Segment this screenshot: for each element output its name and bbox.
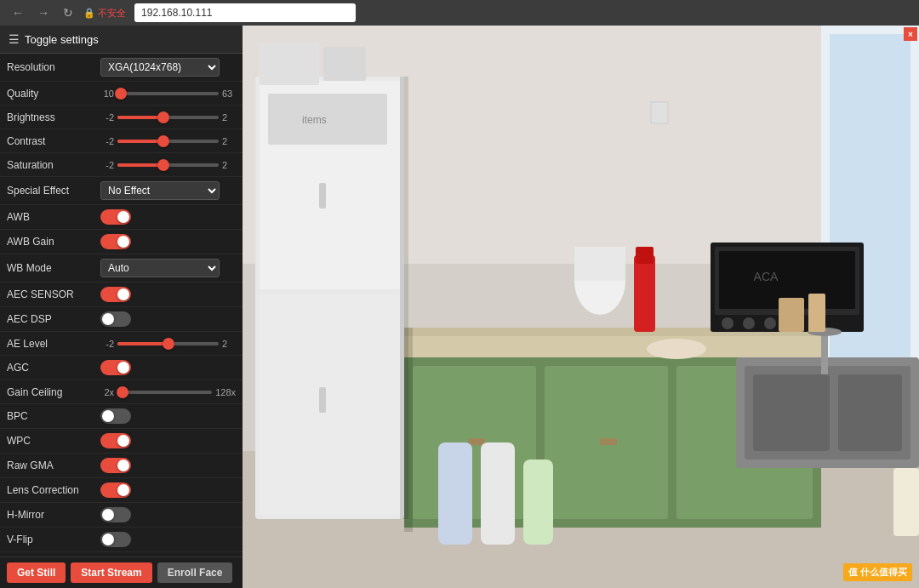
aec-dsp-control [100,311,236,327]
svg-rect-8 [319,183,326,208]
svg-rect-44 [893,468,919,536]
svg-rect-9 [319,387,326,413]
bpc-toggle[interactable] [100,408,131,424]
resolution-select[interactable]: XGA(1024x768) UXGA(1600x1200) SXGA(1280x… [100,58,220,77]
svg-rect-35 [481,442,515,545]
quality-slider[interactable] [117,92,219,95]
address-bar[interactable] [134,3,356,22]
svg-text:ACA: ACA [754,270,779,283]
main-container: ☰ Toggle settings Resolution XGA(1024x76… [0,26,919,588]
saturation-control: -2 2 [100,160,236,170]
agc-toggle[interactable] [100,360,131,375]
ae-level-row: AE Level -2 2 [0,332,243,356]
brightness-control: -2 2 [100,112,236,123]
gain-ceiling-control: 2x 128x [100,387,236,397]
svg-rect-10 [268,94,387,145]
get-still-button[interactable]: Get Still [7,562,66,583]
brightness-label: Brightness [7,111,100,123]
start-stream-button[interactable]: Start Stream [71,562,151,583]
aec-dsp-toggle[interactable] [100,311,131,327]
brightness-slider[interactable] [117,116,219,119]
enroll-face-button[interactable]: Enroll Face [157,562,233,583]
svg-text:items: items [302,114,327,126]
v-flip-label: V-Flip [7,534,100,545]
wb-mode-select[interactable]: Auto Sunny Cloudy Office Home [100,259,220,277]
svg-rect-37 [634,255,655,332]
awb-control [100,209,236,225]
gain-ceiling-row: Gain Ceiling 2x 128x [0,380,243,404]
svg-rect-19 [600,438,617,445]
svg-rect-18 [468,438,485,445]
awb-toggle[interactable] [100,209,131,225]
contrast-slider-container: -2 2 [100,136,236,146]
toggle-header[interactable]: ☰ Toggle settings [0,26,243,54]
saturation-slider[interactable] [117,163,219,167]
aec-sensor-control [100,287,236,302]
agc-knob [117,362,129,374]
saturation-label: Saturation [7,159,100,171]
aec-dsp-knob [102,313,114,325]
contrast-control: -2 2 [100,136,236,146]
lens-correction-label: Lens Correction [7,484,100,496]
security-indicator: 🔒 不安全 [83,7,126,20]
gain-ceiling-max: 128x [215,387,236,397]
agc-label: AGC [7,362,100,374]
svg-rect-40 [574,247,625,281]
svg-rect-45 [260,43,319,85]
awb-gain-toggle[interactable] [100,234,131,249]
svg-rect-36 [523,460,553,545]
svg-rect-34 [438,442,472,545]
aec-sensor-toggle[interactable] [100,287,131,302]
saturation-min: -2 [100,160,114,170]
gain-ceiling-slider-container: 2x 128x [100,387,236,397]
h-mirror-control [100,507,236,522]
h-mirror-knob [102,509,114,521]
reload-button[interactable]: ↻ [60,4,77,21]
brightness-max: 2 [222,112,236,123]
svg-rect-49 [400,77,408,519]
close-button[interactable]: × [904,27,917,41]
camera-view: × items [243,26,919,588]
quality-slider-container: 10 63 [100,88,236,99]
awb-knob [117,211,129,223]
ae-level-slider[interactable] [117,342,219,345]
raw-gma-row: Raw GMA [0,454,243,478]
svg-point-25 [743,317,755,329]
contrast-row: Contrast -2 2 [0,129,243,153]
contrast-label: Contrast [7,135,100,147]
v-flip-knob [102,534,114,545]
v-flip-control [100,532,236,547]
brightness-row: Brightness -2 2 [0,106,243,129]
special-effect-row: Special Effect No Effect Negative Graysc… [0,177,243,205]
svg-rect-42 [808,294,825,332]
quality-row: Quality 10 63 [0,82,243,106]
resolution-row: Resolution XGA(1024x768) UXGA(1600x1200)… [0,54,243,82]
svg-point-24 [722,317,733,329]
aec-dsp-label: AEC DSP [7,313,100,325]
aec-sensor-knob [117,288,129,300]
special-effect-control: No Effect Negative Grayscale Red Tint Gr… [100,181,236,200]
raw-gma-toggle[interactable] [100,458,131,473]
svg-rect-32 [821,332,828,374]
ae-level-min: -2 [100,339,114,349]
h-mirror-toggle[interactable] [100,507,131,522]
sidebar: ☰ Toggle settings Resolution XGA(1024x76… [0,26,243,588]
gain-ceiling-slider[interactable] [117,391,212,394]
saturation-row: Saturation -2 2 [0,153,243,177]
wpc-toggle[interactable] [100,433,131,448]
svg-rect-31 [838,374,902,451]
bottom-bar: Get Still Start Stream Enroll Face [0,557,243,588]
lens-correction-toggle[interactable] [100,482,131,498]
bpc-control [100,408,236,424]
awb-gain-label: AWB Gain [7,236,100,248]
v-flip-toggle[interactable] [100,532,131,547]
back-button[interactable]: ← [9,4,27,21]
wpc-control [100,433,236,448]
special-effect-select[interactable]: No Effect Negative Grayscale Red Tint Gr… [100,181,220,200]
svg-rect-30 [753,374,830,451]
contrast-slider[interactable] [117,140,219,143]
svg-rect-7 [260,294,400,515]
svg-rect-46 [323,47,366,81]
forward-button[interactable]: → [34,4,53,21]
ae-level-slider-container: -2 2 [100,339,236,349]
